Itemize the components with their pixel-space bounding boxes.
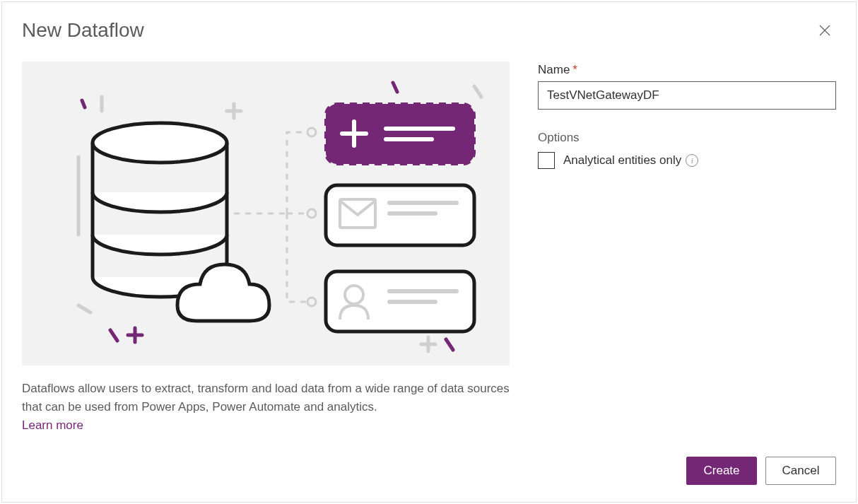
dialog-body: Dataflows allow users to extract, transf… [2,42,856,452]
analytical-entities-checkbox[interactable] [538,152,555,169]
svg-point-15 [307,128,316,136]
options-label: Options [538,131,836,145]
svg-point-13 [93,123,227,163]
required-indicator: * [572,63,577,76]
dialog-footer: Create Cancel [686,457,836,485]
illustration-svg [40,72,492,355]
right-column: Name* Options Analytical entities only i [538,61,836,433]
svg-line-12 [446,339,453,350]
name-label: Name* [538,63,836,77]
create-button[interactable]: Create [686,457,757,485]
new-dataflow-dialog: New Dataflow [1,1,857,503]
left-column: Dataflows allow users to extract, transf… [22,61,510,433]
svg-line-5 [474,86,481,97]
close-button[interactable] [813,19,836,42]
cancel-button[interactable]: Cancel [765,457,836,485]
svg-line-4 [393,83,397,92]
svg-line-7 [110,330,117,341]
analytical-entities-row: Analytical entities only i [538,152,836,169]
close-icon [819,25,830,36]
analytical-entities-label: Analytical entities only i [563,153,698,168]
learn-more-link[interactable]: Learn more [22,418,83,433]
dialog-header: New Dataflow [2,2,856,42]
name-input[interactable] [538,81,836,110]
info-icon[interactable]: i [686,154,698,167]
svg-line-0 [82,100,85,107]
dialog-title: New Dataflow [22,19,144,42]
analytical-entities-label-text: Analytical entities only [563,153,681,168]
dataflow-illustration [22,61,510,365]
svg-point-17 [307,298,316,306]
dialog-description: Dataflows allow users to extract, transf… [22,380,510,416]
name-label-text: Name [538,63,570,76]
svg-line-6 [78,305,90,312]
svg-point-16 [307,209,316,218]
